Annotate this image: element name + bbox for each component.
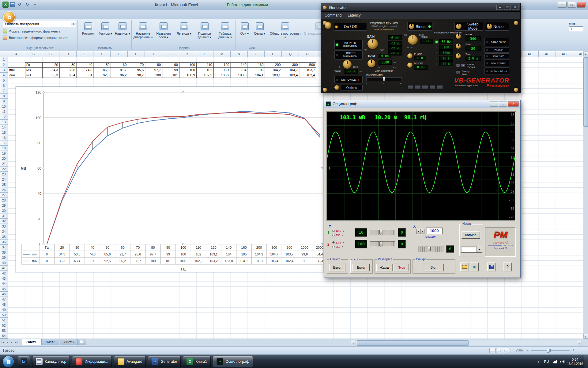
ribbon-button[interactable]: Область построения ▾ xyxy=(269,21,302,45)
cell-L3[interactable]: 102 xyxy=(196,67,213,73)
cell-N3[interactable]: 104 xyxy=(231,67,248,73)
office-button[interactable] xyxy=(3,11,15,23)
ribbon-button[interactable]: Фигуры ▾ xyxy=(97,21,113,45)
show-desktop-button[interactable] xyxy=(584,355,588,368)
column-header-AF[interactable]: AF xyxy=(539,51,556,57)
select-all-corner[interactable] xyxy=(0,51,8,57)
chart-element-selector[interactable]: Область построения ▾ xyxy=(3,21,76,27)
cell-R2[interactable]: 500 xyxy=(299,62,316,67)
cell-L2[interactable]: 110 xyxy=(196,62,213,67)
undo-icon[interactable]: ↺ xyxy=(17,2,23,8)
timebase-value[interactable]: 1000 xyxy=(426,228,443,234)
scroll-up-icon[interactable]: ▲ xyxy=(583,51,588,56)
column-header-N[interactable]: N xyxy=(231,51,248,57)
close-button[interactable]: × xyxy=(508,101,519,107)
noise-button[interactable]: PINK STEREO xyxy=(484,59,509,67)
row-header-29[interactable]: 29 xyxy=(0,203,8,208)
cell-M4[interactable]: 103,2 xyxy=(213,73,231,78)
row-header-5[interactable]: 5 xyxy=(0,78,8,83)
frequency-knob[interactable] xyxy=(408,35,418,45)
ribbon-button[interactable]: Легенда ▾ xyxy=(174,21,194,45)
network-icon[interactable] xyxy=(553,360,557,363)
calibration-knob[interactable] xyxy=(368,59,375,67)
show-hidden-icons[interactable]: ▲ xyxy=(537,360,540,363)
cell-O4[interactable]: 104,1 xyxy=(248,73,265,78)
waveform-combo[interactable] xyxy=(461,247,477,253)
ribbon-button[interactable]: Надпись ▾ xyxy=(115,21,130,45)
sheet-nav-icon[interactable]: ►| xyxy=(14,340,18,344)
power-knob[interactable] xyxy=(325,22,331,29)
phase-knob[interactable] xyxy=(407,53,413,59)
column-header-E[interactable]: E xyxy=(77,51,94,57)
row-header-24[interactable]: 24 xyxy=(0,177,8,182)
column-header-F[interactable]: F xyxy=(94,51,111,57)
cell-K3[interactable]: 100 xyxy=(179,67,196,73)
insert-sheet-tab[interactable] xyxy=(78,339,86,345)
start-button[interactable]: Пуск xyxy=(394,264,409,271)
attenuator--20db[interactable]: -20 db xyxy=(388,46,402,51)
cell-L4[interactable]: 102,5 xyxy=(196,73,213,78)
sweep-loop-button[interactable] xyxy=(456,71,460,74)
sweep-time-knob[interactable] xyxy=(456,53,461,59)
row-header-27[interactable]: 27 xyxy=(0,193,8,198)
zoom-out-icon[interactable]: − xyxy=(525,348,530,352)
infinite-duration-button[interactable]: INFINITE DURATION xyxy=(334,40,363,49)
page-break-view-icon[interactable] xyxy=(503,348,509,353)
combo-dropdown-icon[interactable]: ▼ xyxy=(477,247,482,253)
row-header-37[interactable]: 37 xyxy=(0,245,8,250)
row-header-35[interactable]: 35 xyxy=(0,234,8,240)
row-header-10[interactable]: 10 xyxy=(0,104,8,109)
position-slider-ch2[interactable] xyxy=(370,241,395,247)
clipped-value-field[interactable]: 7 xyxy=(569,26,583,31)
ribbon-button[interactable]: Рисунок xyxy=(80,21,96,45)
sheet-tab-1[interactable]: Лист1 xyxy=(22,339,41,345)
clock[interactable]: 0:54 16.01.2016 xyxy=(567,357,583,366)
cell-C4[interactable]: 35,3 xyxy=(42,73,59,78)
cell-K4[interactable]: 100,9 xyxy=(179,73,196,78)
calibrate-button[interactable]: Калибр xyxy=(462,231,480,239)
column-header-L[interactable]: L xyxy=(196,51,213,57)
row-header-31[interactable]: 31 xyxy=(0,213,8,219)
column-header-P[interactable]: P xyxy=(265,51,282,57)
sync-toggle-button[interactable]: Вкл xyxy=(423,264,444,271)
cell-C2[interactable]: 20 xyxy=(42,62,59,67)
ribbon-button[interactable]: Таблица данных ▾ xyxy=(215,21,235,45)
cell-E4[interactable]: 81 xyxy=(77,73,94,78)
save-icon[interactable] xyxy=(10,2,15,7)
menu-item-command[interactable]: Command xyxy=(325,13,341,17)
cell-N4[interactable]: 103,8 xyxy=(231,73,248,78)
waiting-button[interactable]: Ждущ xyxy=(376,264,392,271)
slider-thumb[interactable] xyxy=(379,230,382,234)
ribbon-button[interactable]: Названия осей ▾ xyxy=(153,21,174,45)
direction-up-button[interactable]: ▲ xyxy=(456,64,460,67)
cell-Q2[interactable]: 300 xyxy=(282,62,299,67)
noise-button[interactable]: PINK 180° xyxy=(484,53,509,59)
row-header-14[interactable]: 14 xyxy=(0,125,8,130)
row-header-33[interactable]: 33 xyxy=(0,224,8,229)
redo-icon[interactable]: ↻ xyxy=(24,2,30,8)
dcoff-knob[interactable] xyxy=(407,63,413,68)
spectrum-toggle-button[interactable]: Выкл xyxy=(329,264,345,271)
cell-G2[interactable]: 60 xyxy=(111,62,128,67)
frequency-preset-button[interactable]: 100 xyxy=(439,45,453,50)
row-header-41[interactable]: 41 xyxy=(0,266,8,271)
zoom-in-icon[interactable]: + xyxy=(571,348,576,352)
row-header-25[interactable]: 25 xyxy=(0,182,8,187)
column-header-J[interactable]: J xyxy=(162,51,179,57)
column-header-B[interactable]: B xyxy=(25,51,42,57)
minimize-button[interactable]: – xyxy=(558,2,567,8)
cell-P3[interactable]: 104,2 xyxy=(265,67,282,73)
row-header-20[interactable]: 20 xyxy=(0,156,8,161)
column-header-O[interactable]: O xyxy=(248,51,265,57)
mini-button[interactable] xyxy=(407,85,413,90)
yx-toggle-button[interactable]: Выкл xyxy=(352,264,370,271)
menu-item-latency[interactable]: Latency xyxy=(348,13,360,17)
volume-icon[interactable] xyxy=(560,360,564,363)
close-button[interactable]: × xyxy=(512,5,518,10)
row-header-9[interactable]: 9 xyxy=(0,99,8,104)
limited-duration-button[interactable]: LIMITED DURATION xyxy=(334,50,363,59)
scroll-down-icon[interactable]: ▼ xyxy=(583,334,588,339)
taskbar-button-scope[interactable]: ≈Осциллограф xyxy=(213,356,253,367)
noise-section-header[interactable]: Noise xyxy=(485,22,509,31)
row-header-36[interactable]: 36 xyxy=(0,240,8,245)
